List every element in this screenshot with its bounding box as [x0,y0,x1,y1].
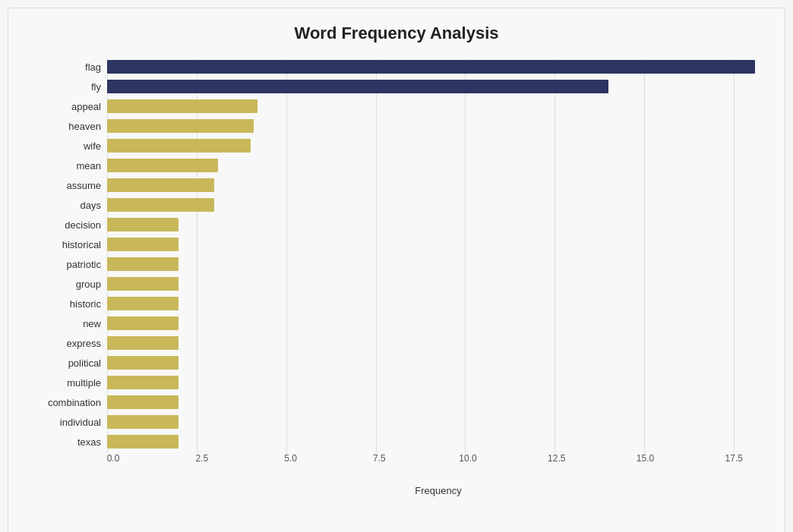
bar-row [107,394,769,411]
bar-patriotic [107,257,179,271]
bar-heaven [107,119,254,133]
x-tick-label: 0.0 [107,453,120,464]
bar-individual [107,415,179,429]
y-label: heaven [68,118,101,134]
bar-historic [107,297,179,310]
y-label: wife [84,137,101,154]
bar-row [107,58,769,75]
bar-row [107,236,769,253]
bars-area [107,58,769,453]
bar-row [107,78,769,95]
bar-new [107,316,179,330]
y-label: flag [85,58,101,75]
y-label: assume [66,177,101,194]
x-tick-label: 17.5 [725,453,743,464]
bar-row [107,98,769,115]
y-label: individual [60,414,101,430]
y-label: historical [62,236,101,253]
y-label: appeal [71,98,101,115]
y-label: mean [76,157,101,174]
y-label: decision [65,216,101,233]
bar-row [107,433,769,450]
bar-multiple [107,376,179,389]
bar-row [107,118,769,134]
y-label: political [68,354,101,371]
x-tick-label: 15.0 [637,453,654,464]
x-axis-label: Frequency [107,485,769,496]
y-axis-labels: flagflyappealheavenwifemeanassumedaysdec… [24,58,107,453]
bar-row [107,414,769,430]
bar-row [107,315,769,332]
x-tick-label: 7.5 [373,453,386,464]
bar-flag [107,60,755,74]
bar-row [107,216,769,233]
bar-wife [107,139,251,153]
y-label: historic [70,295,101,312]
bar-row [107,354,769,371]
bar-row [107,137,769,154]
x-tick-label: 12.5 [548,453,565,464]
bar-row [107,197,769,213]
y-label: express [66,335,101,351]
y-label: group [76,275,101,292]
y-label: texas [77,433,101,450]
bar-texas [107,435,179,449]
x-tick-label: 10.0 [459,453,476,464]
y-label: new [83,315,101,332]
bar-historical [107,238,179,251]
chart-title: Word Frequency Analysis [24,24,769,43]
x-axis-ticks: 0.02.55.07.510.012.515.017.5 [113,453,769,468]
y-label: days [81,197,101,213]
x-tick-label: 5.0 [284,453,297,464]
bar-mean [107,159,218,172]
bar-appeal [107,99,257,113]
chart-container: Word Frequency Analysis flagflyappealhea… [8,8,785,532]
bar-assume [107,178,214,192]
bar-express [107,336,179,350]
y-label: combination [48,394,101,411]
bar-row [107,295,769,312]
y-label: multiple [67,374,101,391]
bar-row [107,335,769,351]
bar-group [107,277,179,291]
bar-political [107,356,179,370]
y-label: patriotic [66,256,101,272]
bar-row [107,256,769,272]
bar-row [107,157,769,174]
bar-row [107,177,769,194]
y-label: fly [91,78,101,95]
bar-decision [107,218,179,231]
x-tick-label: 2.5 [195,453,208,464]
bar-combination [107,395,179,409]
bar-row [107,374,769,391]
bar-fly [107,80,608,93]
bar-days [107,198,214,212]
bar-row [107,275,769,292]
